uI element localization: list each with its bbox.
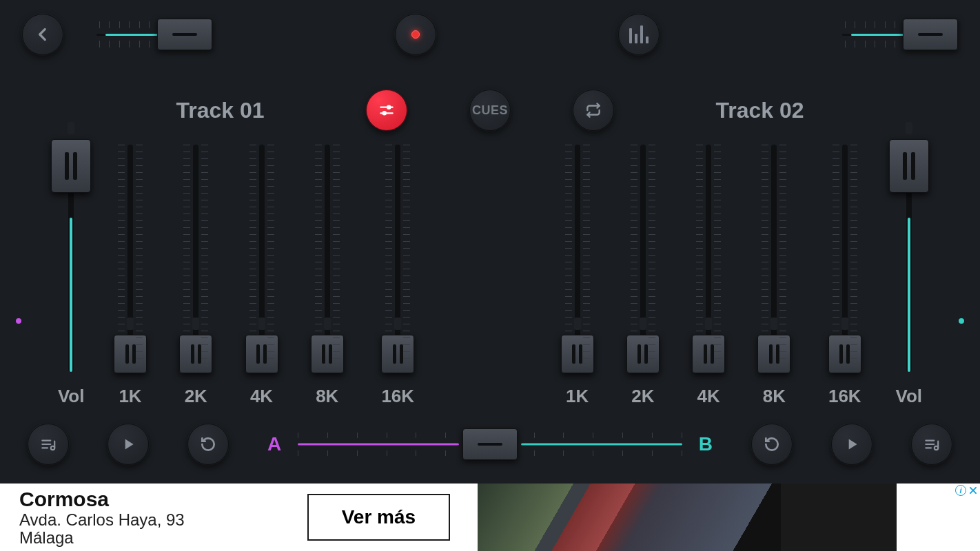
deck-a-indicator-dot: [16, 318, 21, 324]
playlist-button-b[interactable]: [911, 424, 952, 465]
volume-label-a: Vol: [58, 386, 85, 407]
eq-slider-a-8k[interactable]: 8K: [316, 145, 338, 407]
crossfader-label-b: B: [699, 433, 713, 455]
eq-label: 1K: [119, 386, 141, 407]
record-button[interactable]: [395, 14, 436, 55]
play-icon: [119, 435, 137, 453]
volume-slider-a[interactable]: Vol: [58, 145, 85, 407]
back-button[interactable]: [22, 14, 63, 55]
transport-bar: A B: [0, 407, 980, 481]
sliders-icon: [378, 101, 396, 119]
eq-label: 2K: [631, 386, 654, 407]
rewind-button-b[interactable]: [751, 424, 793, 465]
top-toolbar: [0, 0, 980, 69]
svg-marker-9: [849, 439, 857, 449]
cues-label: CUES: [472, 103, 508, 118]
rewind-icon: [763, 435, 781, 453]
play-button-b[interactable]: [831, 424, 872, 465]
eq-slider-a-4k[interactable]: 4K: [250, 145, 273, 407]
title-row: Track 01 CUES Track 02: [0, 90, 980, 131]
eq-slider-a-2k[interactable]: 2K: [185, 145, 207, 407]
rewind-icon: [199, 435, 217, 453]
ad-title: Cormosa: [19, 488, 185, 511]
eq-slider-a-16k[interactable]: 16K: [381, 145, 414, 407]
ad-address-line2: Málaga: [19, 529, 185, 547]
track-title-b: Track 02: [715, 98, 804, 123]
ad-image: [478, 484, 781, 551]
eq-slider-b-4k[interactable]: 4K: [697, 145, 719, 407]
eq-label: 8K: [316, 386, 338, 407]
play-icon: [843, 435, 861, 453]
eq-slider-b-1k[interactable]: 1K: [566, 145, 589, 407]
ad-info-icon[interactable]: i: [955, 485, 966, 496]
levels-icon: [629, 25, 649, 43]
eq-label: 16K: [828, 386, 861, 407]
svg-marker-8: [125, 439, 134, 449]
cues-button[interactable]: CUES: [469, 90, 511, 131]
loop-icon: [584, 101, 602, 119]
eq-slider-b-8k[interactable]: 8K: [763, 145, 786, 407]
tempo-slider-deck-a[interactable]: [96, 17, 212, 52]
mixer-panel: Vol 1K 2K 4K 8K 16K 1K 2K 4K 8K 16K Vol: [0, 131, 980, 407]
rewind-button-a[interactable]: [187, 424, 229, 465]
crossfader[interactable]: [298, 427, 682, 461]
playlist-icon: [39, 435, 57, 453]
tempo-thumb-b[interactable]: [903, 19, 958, 50]
svg-point-3: [383, 112, 386, 114]
crossfader-label-a: A: [267, 433, 281, 455]
eq-slider-b-16k[interactable]: 16K: [828, 145, 861, 407]
levels-button[interactable]: [618, 14, 660, 55]
ad-close-button[interactable]: [968, 485, 979, 496]
ad-cta-button[interactable]: Ver más: [307, 494, 450, 541]
ad-banner[interactable]: Cormosa Avda. Carlos Haya, 93 Málaga Ver…: [0, 484, 980, 551]
svg-point-1: [387, 106, 390, 109]
loop-button[interactable]: [573, 90, 614, 131]
eq-group-b: 1K 2K 4K 8K 16K: [566, 145, 861, 407]
eq-label: 2K: [185, 386, 207, 407]
playlist-icon: [923, 435, 941, 453]
tempo-slider-deck-b[interactable]: [842, 17, 958, 52]
ad-address-line1: Avda. Carlos Haya, 93: [19, 511, 185, 529]
record-icon: [411, 30, 420, 39]
ad-logo-block: [781, 484, 897, 551]
crossfader-thumb[interactable]: [462, 428, 518, 460]
eq-label: 8K: [763, 386, 786, 407]
volume-label-b: Vol: [896, 386, 923, 407]
fx-settings-button[interactable]: [366, 90, 407, 131]
eq-slider-b-2k[interactable]: 2K: [631, 145, 654, 407]
track-title-a: Track 01: [176, 98, 264, 123]
eq-group-a: 1K 2K 4K 8K 16K: [119, 145, 414, 407]
eq-label: 4K: [250, 386, 273, 407]
volume-slider-b[interactable]: Vol: [896, 145, 923, 407]
playlist-button-a[interactable]: [28, 424, 69, 465]
play-button-a[interactable]: [108, 424, 149, 465]
tempo-thumb-a[interactable]: [157, 19, 212, 50]
eq-label: 1K: [566, 386, 589, 407]
eq-slider-a-1k[interactable]: 1K: [119, 145, 141, 407]
eq-label: 16K: [381, 386, 414, 407]
deck-b-indicator-dot: [959, 318, 964, 324]
eq-label: 4K: [697, 386, 719, 407]
